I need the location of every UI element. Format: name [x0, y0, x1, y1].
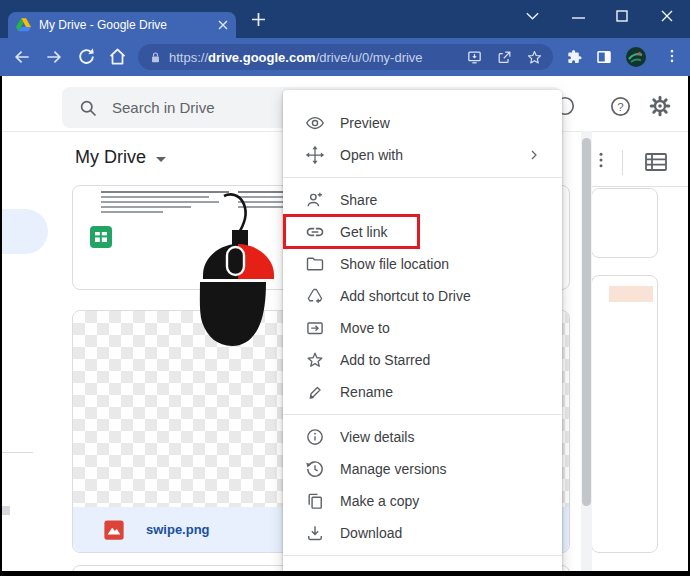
browser-toolbar: https://drive.google.com/drive/u/0/my-dr… — [0, 38, 690, 76]
grid-divider-right — [591, 186, 688, 187]
browser-tab[interactable]: My Drive - Google Drive — [8, 12, 236, 38]
search-placeholder: Search in Drive — [112, 99, 215, 116]
highlight-box — [283, 214, 420, 249]
url-text: https://drive.google.com/drive/u/0/my-dr… — [169, 50, 423, 65]
star-icon — [305, 350, 325, 370]
forward-icon[interactable] — [44, 47, 64, 67]
share-page-icon[interactable] — [496, 49, 513, 66]
menu-item-manage-versions[interactable]: Manage versions — [283, 453, 562, 485]
menu-divider — [283, 555, 562, 556]
mouse-graphic — [190, 176, 282, 348]
search-icon — [78, 98, 98, 118]
maximize-button[interactable] — [616, 10, 628, 22]
drive-logo-icon — [16, 18, 31, 32]
download-icon — [305, 523, 325, 543]
menu-item-download[interactable]: Download — [283, 517, 562, 549]
menu-item-show-file-location[interactable]: Show file location — [283, 248, 562, 280]
file-name: swipe.png — [146, 522, 210, 537]
sidebar-highlight-pill — [2, 209, 48, 254]
rename-pencil-icon — [305, 382, 325, 402]
menu-item-make-a-copy[interactable]: Make a copy — [283, 485, 562, 517]
side-panel-icon[interactable] — [595, 48, 613, 66]
menu-item-get-link[interactable]: Get link — [283, 216, 562, 248]
drive-shortcut-icon — [305, 286, 325, 306]
submenu-chevron-icon — [526, 147, 542, 163]
more-options-icon[interactable] — [591, 150, 611, 170]
chevron-down-icon — [156, 157, 166, 162]
list-view-icon[interactable] — [644, 151, 668, 173]
move-to-icon — [305, 318, 325, 338]
menu-item-preview[interactable]: Preview — [283, 107, 562, 139]
browser-title-bar: My Drive - Google Drive — [0, 0, 690, 38]
page-scrollbar-thumb[interactable] — [582, 138, 591, 506]
help-icon[interactable]: ? — [609, 95, 632, 118]
location-title[interactable]: My Drive — [75, 147, 166, 168]
home-icon[interactable] — [107, 46, 128, 67]
sheets-file-icon — [89, 225, 113, 249]
bookmark-star-icon[interactable] — [526, 49, 543, 66]
svg-text:?: ? — [617, 101, 623, 113]
eye-icon — [305, 113, 325, 133]
person-add-icon — [305, 190, 325, 210]
menu-item-rename[interactable]: Rename — [283, 376, 562, 408]
menu-item-add-shortcut[interactable]: Add shortcut to Drive — [283, 280, 562, 312]
context-menu: Preview Open with Share Get link Show fi… — [283, 90, 562, 576]
close-window-button[interactable] — [661, 10, 673, 22]
profile-avatar[interactable] — [625, 46, 647, 68]
extensions-puzzle-icon[interactable] — [565, 48, 583, 66]
back-icon[interactable] — [12, 47, 32, 67]
info-icon — [305, 427, 325, 447]
folder-icon — [305, 254, 325, 274]
menu-item-add-to-starred[interactable]: Add to Starred — [283, 344, 562, 376]
tab-close-icon[interactable] — [218, 20, 228, 30]
history-icon — [305, 459, 325, 479]
new-tab-button[interactable] — [252, 13, 265, 26]
file-card-right-top[interactable] — [591, 188, 658, 258]
menu-item-open-with[interactable]: Open with — [283, 139, 562, 171]
sidebar-divider — [2, 452, 33, 453]
sidebar-cropped-element — [2, 506, 10, 515]
window-frame-bottom — [0, 571, 690, 576]
reload-icon[interactable] — [76, 46, 97, 67]
file-card-right-bottom[interactable] — [591, 275, 658, 553]
tab-search-chevron-icon[interactable] — [525, 9, 540, 23]
header-vertical-divider — [622, 150, 623, 175]
address-bar[interactable]: https://drive.google.com/drive/u/0/my-dr… — [138, 44, 553, 70]
image-file-icon — [103, 519, 125, 541]
settings-gear-icon[interactable] — [648, 94, 672, 118]
install-icon[interactable] — [466, 49, 483, 66]
tab-title: My Drive - Google Drive — [39, 18, 218, 32]
menu-item-share[interactable]: Share — [283, 184, 562, 216]
menu-item-move-to[interactable]: Move to — [283, 312, 562, 344]
window-frame-left — [0, 76, 2, 576]
minimize-button[interactable] — [572, 14, 585, 22]
menu-divider — [283, 177, 562, 178]
menu-divider — [283, 414, 562, 415]
thumbnail-fragment — [609, 286, 653, 302]
lock-icon[interactable] — [148, 50, 163, 65]
browser-menu-icon[interactable] — [663, 47, 681, 65]
copy-icon — [305, 491, 325, 511]
open-with-icon — [305, 145, 325, 165]
menu-item-view-details[interactable]: View details — [283, 421, 562, 453]
